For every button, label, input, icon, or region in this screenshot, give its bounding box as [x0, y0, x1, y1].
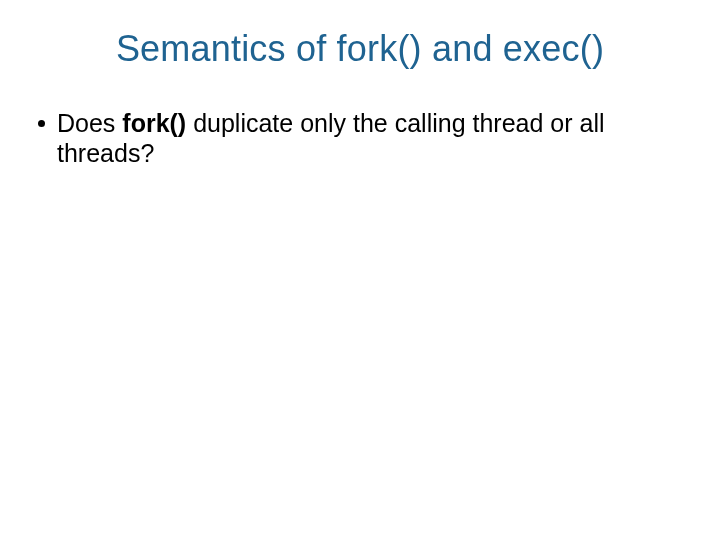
- bullet-bold: fork(): [122, 109, 186, 137]
- bullet-item: Does fork() duplicate only the calling t…: [36, 108, 690, 168]
- bullet-text: Does fork() duplicate only the calling t…: [57, 108, 690, 168]
- slide-body: Does fork() duplicate only the calling t…: [30, 108, 690, 168]
- bullet-prefix: Does: [57, 109, 122, 137]
- bullet-icon: [38, 120, 45, 127]
- slide: Semantics of fork() and exec() Does fork…: [0, 0, 720, 540]
- slide-title: Semantics of fork() and exec(): [30, 28, 690, 70]
